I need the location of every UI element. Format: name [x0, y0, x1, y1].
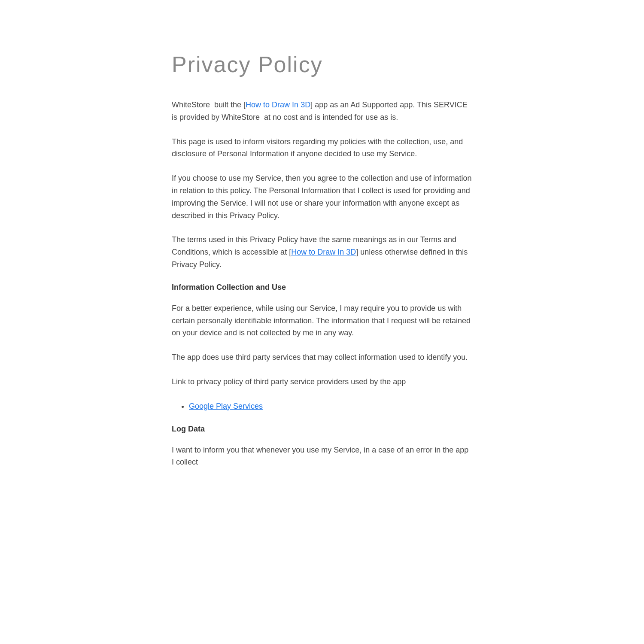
intro-paragraph-2: This page is used to inform visitors reg…	[172, 136, 472, 161]
list-item: Google Play Services	[189, 400, 472, 413]
google-play-services-link[interactable]: Google Play Services	[189, 402, 263, 410]
intro-paragraph-3: If you choose to use my Service, then yo…	[172, 172, 472, 222]
app-link-2[interactable]: How to Draw In 3D	[291, 248, 356, 256]
third-party-list: Google Play Services	[172, 400, 472, 413]
section1-paragraph-3: Link to privacy policy of third party se…	[172, 376, 472, 388]
app-link-1[interactable]: How to Draw In 3D	[246, 100, 310, 109]
intro-paragraph-4: The terms used in this Privacy Policy ha…	[172, 234, 472, 270]
section1-paragraph-2: The app does use third party services th…	[172, 351, 472, 364]
section2-heading: Log Data	[172, 425, 472, 434]
section1-paragraph-1: For a better experience, while using our…	[172, 302, 472, 339]
page-container: Privacy Policy WhiteStore built the [How…	[116, 0, 528, 515]
page-title: Privacy Policy	[172, 52, 472, 77]
section1-heading: Information Collection and Use	[172, 283, 472, 292]
intro-paragraph-1: WhiteStore built the [How to Draw In 3D]…	[172, 99, 472, 124]
section2-paragraph-1: I want to inform you that whenever you u…	[172, 444, 472, 469]
